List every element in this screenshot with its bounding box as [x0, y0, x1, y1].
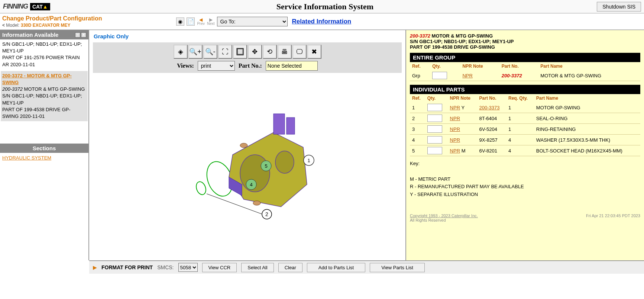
npr-link[interactable]: NPR — [450, 137, 460, 143]
table-row: 4 NPR 9X-82574WASHER (17.5X30X3.5-MM THK… — [410, 135, 640, 145]
shutdown-button[interactable]: Shutdown SIS — [597, 2, 641, 12]
partno-label: Part No.: — [239, 62, 262, 69]
top-bar: FINNING CAT▲ Service Information System … — [0, 0, 644, 13]
pointer-icon[interactable]: ✖ — [307, 45, 321, 59]
add-to-parts-button[interactable]: Add to Parts List — [307, 263, 365, 272]
rotate-icon[interactable]: ⟲ — [263, 45, 277, 59]
svg-rect-8 — [287, 118, 295, 134]
group-partno: 200-3372 — [502, 73, 522, 78]
partno-input[interactable] — [266, 61, 318, 71]
views-label: Views: — [177, 62, 194, 69]
sidebar-top-text: S/N GBC1-UP; NBD1-UP; EDX1-UP; MEY1-UP P… — [2, 41, 86, 68]
sidebar-header: Information Available – × — [0, 30, 88, 39]
sections-link-hydraulic[interactable]: HYDRAULIC SYSTEM — [2, 155, 51, 161]
print-icon[interactable]: 🖶 — [278, 45, 292, 59]
smcs-select[interactable]: 5058 — [178, 263, 198, 272]
partno-link[interactable]: 200-3373 — [479, 105, 500, 110]
document-icon[interactable]: 📄 — [187, 17, 195, 26]
npr-link[interactable]: NPR — [450, 105, 460, 110]
view-parts-list-button[interactable]: View Parts List — [370, 263, 425, 272]
copyright: Copyright 1993 - 2023 Caterpillar Inc.Al… — [410, 213, 640, 222]
individual-parts-table: Ref.Qty. NPR NotePart No. Req. Qty.Part … — [410, 94, 640, 156]
view-ccr-button[interactable]: View CCR — [202, 263, 237, 272]
npr-link[interactable]: NPR — [450, 126, 460, 132]
sidebar-item-link[interactable]: 200-3372 - MOTOR & MTG GP-SWING — [2, 73, 72, 85]
change-product-link[interactable]: Change Product/Part Configuration — [2, 15, 102, 22]
timestamp: Fri Apr 21 22:03:45 PDT 2023 — [586, 213, 640, 222]
npr-link[interactable]: NPR — [462, 73, 472, 78]
graphic-toolbar: ◈ 🔍+ 🔍- ⛶ 🔲 ✥ ⟲ 🖶 🖵 ✖ Views: print Part … — [93, 42, 402, 73]
model-line: < Model: 330D EXCAVATOR MEY — [2, 23, 102, 28]
logo-cat: CAT▲ — [30, 3, 50, 10]
logo-text: FINNING — [3, 3, 28, 10]
graphic-only-link[interactable]: Graphic Only — [89, 30, 405, 42]
qty-input[interactable] — [427, 136, 442, 144]
table-row: 2 NPR 8T-64041SEAL-O-RING — [410, 113, 640, 124]
clear-button[interactable]: Clear — [278, 263, 302, 272]
smcs-label: SMCS: — [157, 264, 174, 270]
sub-header: Change Product/Part Configuration < Mode… — [0, 13, 644, 30]
entire-group-table: Ref.Qty. NPR NotePart No. Part Name Grp … — [410, 62, 640, 81]
individual-parts-header: INDIVIDUAL PARTS — [410, 85, 640, 94]
qty-input[interactable] — [427, 147, 442, 154]
sidebar-body[interactable]: S/N GBC1-UP; NBD1-UP; EDX1-UP; MEY1-UP P… — [0, 39, 88, 144]
part-diagram[interactable]: 2 5 4 1 — [89, 73, 405, 229]
triangle-icon: ▶ — [93, 264, 97, 270]
zoom-window-icon[interactable]: ⛶ — [218, 45, 232, 59]
table-row: 1 NPR Y 200-33731MOTOR GP-SWING — [410, 102, 640, 113]
format-print-label: FORMAT FOR PRINT — [101, 264, 153, 270]
logo: FINNING CAT▲ — [0, 3, 53, 10]
key-section: Key: M - METRIC PART R - REMANUFACTURED … — [410, 160, 640, 199]
parts-pane: 200-3372 MOTOR & MTG GP-SWING S/N GBC1-U… — [406, 30, 644, 260]
reset-view-icon[interactable]: ◈ — [174, 45, 188, 59]
prev-button[interactable]: ◀Prev — [197, 17, 205, 26]
table-row: 3 NPR 6V-52041RING-RETAINING — [410, 124, 640, 135]
svg-text:4: 4 — [250, 182, 252, 187]
center-pane: Graphic Only ◈ 🔍+ 🔍- ⛶ 🔲 ✥ ⟲ 🖶 🖵 ✖ Views… — [89, 30, 406, 260]
model-value: 330D EXCAVATOR MEY — [21, 23, 71, 28]
qty-input[interactable] — [427, 115, 442, 122]
goto-select[interactable]: Go To: — [217, 17, 288, 26]
entire-group-header: ENTIRE GROUP — [410, 53, 640, 62]
table-row: 5 NPR M 6V-82014BOLT-SOCKET HEAD (M16X2X… — [410, 145, 640, 156]
sidebar: Information Available – × S/N GBC1-UP; N… — [0, 30, 89, 260]
related-info-link[interactable]: Related Information — [292, 18, 352, 25]
npr-link[interactable]: NPR — [450, 116, 460, 121]
svg-text:1: 1 — [307, 158, 310, 163]
zoom-in-icon[interactable]: 🔍+ — [188, 45, 203, 59]
qty-input[interactable] — [427, 125, 442, 133]
views-select[interactable]: print — [198, 61, 235, 71]
svg-text:2: 2 — [265, 211, 268, 217]
svg-point-6 — [275, 151, 294, 173]
minimize-icon[interactable]: – — [75, 32, 80, 38]
part-header: 200-3372 MOTOR & MTG GP-SWING S/N GBC1-U… — [410, 33, 640, 50]
svg-text:5: 5 — [265, 163, 267, 169]
group-row: Grp NPR 200-3372 MOTOR & MTG GP-SWING — [410, 70, 640, 81]
svg-point-15 — [240, 143, 247, 148]
qty-input[interactable] — [427, 104, 442, 111]
qty-input[interactable] — [432, 72, 447, 79]
sections-header: Sections — [0, 144, 88, 153]
sidebar-selected-item[interactable]: 200-3372 - MOTOR & MTG GP-SWING 200-3372… — [1, 71, 88, 121]
select-all-button[interactable]: Select All — [241, 263, 274, 272]
pan-icon[interactable]: ✥ — [248, 45, 262, 59]
svg-point-16 — [253, 201, 260, 205]
close-icon[interactable]: × — [81, 32, 86, 38]
npr-link[interactable]: NPR — [450, 148, 460, 154]
bottom-bar: ▶ FORMAT FOR PRINT SMCS: 5058 View CCR S… — [89, 260, 644, 274]
next-button[interactable]: ▶Next — [207, 17, 215, 26]
screen-icon[interactable]: 🖵 — [292, 45, 307, 59]
fit-icon[interactable]: 🔲 — [233, 45, 247, 59]
globe-icon[interactable]: ◉ — [176, 17, 184, 26]
zoom-out-icon[interactable]: 🔍- — [203, 45, 217, 59]
app-title: Service Information System — [53, 2, 597, 12]
svg-rect-7 — [274, 114, 285, 134]
svg-point-0 — [194, 180, 207, 196]
